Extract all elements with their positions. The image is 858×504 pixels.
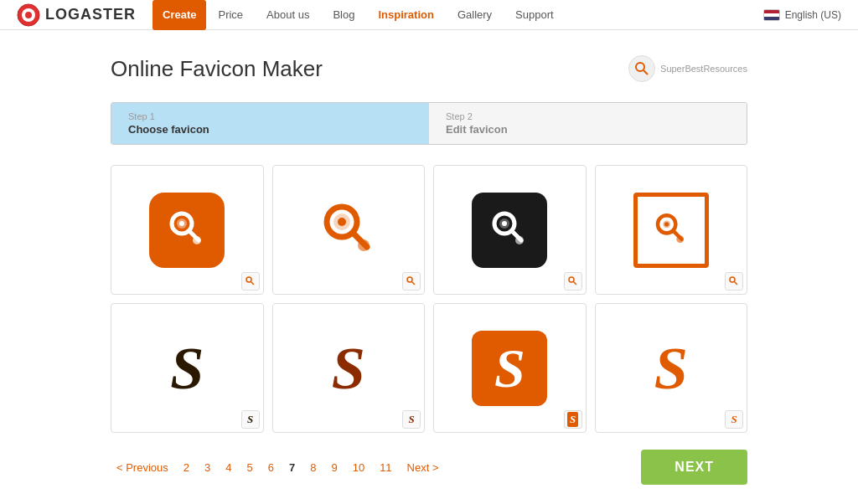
magnifier-icon-2 bbox=[315, 197, 382, 264]
svg-point-3 bbox=[636, 63, 644, 71]
letter-s-orange: S bbox=[654, 338, 688, 399]
svg-point-21 bbox=[502, 221, 507, 226]
card8-thumb: S bbox=[725, 410, 743, 429]
partner-logo: SuperBestResources bbox=[628, 55, 747, 82]
page-current: 7 bbox=[283, 458, 301, 477]
nav-gallery[interactable]: Gallery bbox=[446, 0, 504, 30]
navbar: LOGASTER Create Price About us Blog Insp… bbox=[0, 0, 858, 30]
page-4[interactable]: 4 bbox=[220, 458, 237, 477]
svg-point-16 bbox=[358, 239, 370, 251]
svg-line-11 bbox=[251, 282, 254, 285]
flag-icon bbox=[763, 9, 780, 21]
steps-bar: Step 1 Choose favicon Step 2 Edit favico… bbox=[111, 102, 747, 145]
nav-price[interactable]: Price bbox=[206, 0, 255, 30]
step-2[interactable]: Step 2 Edit favicon bbox=[429, 103, 747, 144]
nav-inspiration[interactable]: Inspiration bbox=[366, 0, 445, 30]
card4-thumb bbox=[725, 272, 743, 291]
card7-thumb: S bbox=[564, 410, 582, 429]
logaster-logo-icon bbox=[17, 3, 40, 27]
nav-create[interactable]: Create bbox=[152, 0, 206, 30]
nav-support[interactable]: Support bbox=[504, 0, 566, 30]
favicon-card-4[interactable] bbox=[595, 165, 748, 295]
letter-s-dark: S bbox=[170, 338, 204, 399]
svg-line-25 bbox=[573, 282, 576, 285]
card1-icon-area bbox=[111, 166, 263, 294]
card3-thumb bbox=[564, 272, 582, 291]
step2-name: Edit favicon bbox=[446, 123, 730, 136]
svg-point-14 bbox=[338, 218, 346, 226]
card2-icon-area bbox=[273, 166, 425, 294]
favicon-card-6[interactable]: S S bbox=[272, 303, 426, 433]
magnifier-icon-4 bbox=[650, 209, 692, 251]
card7-icon-area: S bbox=[434, 304, 586, 432]
language-selector[interactable]: English (US) bbox=[785, 9, 841, 21]
svg-point-7 bbox=[179, 221, 184, 226]
partner-name: SuperBestResources bbox=[660, 64, 747, 74]
step2-label: Step 2 bbox=[446, 111, 730, 121]
page-2[interactable]: 2 bbox=[178, 458, 195, 477]
nav-right: English (US) bbox=[763, 9, 841, 21]
next-button[interactable]: NEXT bbox=[641, 450, 747, 485]
favicon-card-8[interactable]: S S bbox=[595, 303, 748, 433]
magnifier-icon-1 bbox=[163, 207, 210, 254]
nav-about[interactable]: About us bbox=[255, 0, 321, 30]
svg-point-17 bbox=[407, 277, 412, 282]
letter-s-brown: S bbox=[332, 338, 365, 399]
magnifier-icon-3 bbox=[486, 207, 533, 254]
letter-s-white: S bbox=[494, 341, 525, 396]
svg-point-24 bbox=[569, 277, 574, 282]
nav-links: Create Price About us Blog Inspiration G… bbox=[152, 0, 763, 30]
card4-icon-area bbox=[596, 166, 747, 294]
svg-line-4 bbox=[644, 70, 648, 75]
page-8[interactable]: 8 bbox=[304, 458, 322, 477]
page-11[interactable]: 11 bbox=[374, 458, 397, 477]
nav-blog[interactable]: Blog bbox=[321, 0, 366, 30]
card5-icon-area: S bbox=[111, 304, 263, 432]
card2-thumb bbox=[402, 272, 421, 291]
card6-thumb: S bbox=[402, 410, 421, 429]
next-page[interactable]: Next > bbox=[401, 458, 445, 477]
logo-area[interactable]: LOGASTER bbox=[17, 3, 136, 27]
svg-point-30 bbox=[676, 235, 684, 243]
card5-thumb: S bbox=[241, 410, 260, 429]
brand-name: LOGASTER bbox=[45, 6, 136, 23]
svg-point-9 bbox=[193, 236, 201, 244]
page-3[interactable]: 3 bbox=[199, 458, 216, 477]
favicon-card-5[interactable]: S S bbox=[111, 303, 264, 433]
svg-point-2 bbox=[25, 12, 32, 18]
favicon-card-7[interactable]: S S bbox=[433, 303, 587, 433]
page-header: Online Favicon Maker SuperBestResources bbox=[111, 55, 747, 82]
card3-icon-area bbox=[434, 166, 586, 294]
favicon-card-1[interactable] bbox=[111, 165, 264, 295]
icon-magn-orange-bg bbox=[149, 193, 225, 268]
step1-name: Choose favicon bbox=[128, 123, 412, 136]
card8-icon-area: S bbox=[596, 304, 747, 432]
card6-icon-area: S bbox=[273, 304, 425, 432]
svg-line-18 bbox=[412, 282, 416, 285]
main-content: Online Favicon Maker SuperBestResources … bbox=[94, 30, 764, 501]
step-1[interactable]: Step 1 Choose favicon bbox=[111, 103, 429, 144]
card1-thumb bbox=[241, 272, 260, 291]
svg-line-32 bbox=[735, 282, 738, 285]
svg-point-23 bbox=[515, 236, 524, 244]
favicon-card-3[interactable] bbox=[433, 165, 587, 295]
icon-magn-dark-bg bbox=[472, 193, 547, 268]
page-6[interactable]: 6 bbox=[262, 458, 280, 477]
s-orange-bg-icon: S bbox=[472, 331, 547, 406]
svg-point-28 bbox=[664, 222, 669, 226]
pagination-area: < Previous 2 3 4 5 6 7 8 9 10 11 Next > … bbox=[111, 450, 747, 485]
partner-icon bbox=[628, 55, 655, 82]
page-title: Online Favicon Maker bbox=[111, 56, 323, 82]
step1-label: Step 1 bbox=[128, 111, 412, 121]
icon-magn-border bbox=[633, 193, 709, 268]
favicon-grid: S S S S S S bbox=[111, 165, 747, 433]
page-5[interactable]: 5 bbox=[241, 458, 259, 477]
page-10[interactable]: 10 bbox=[347, 458, 370, 477]
svg-point-31 bbox=[730, 277, 735, 282]
page-9[interactable]: 9 bbox=[325, 458, 343, 477]
prev-page[interactable]: < Previous bbox=[111, 458, 174, 477]
svg-point-10 bbox=[246, 277, 251, 282]
pagination: < Previous 2 3 4 5 6 7 8 9 10 11 Next > bbox=[111, 458, 445, 477]
favicon-card-2[interactable] bbox=[272, 165, 426, 295]
